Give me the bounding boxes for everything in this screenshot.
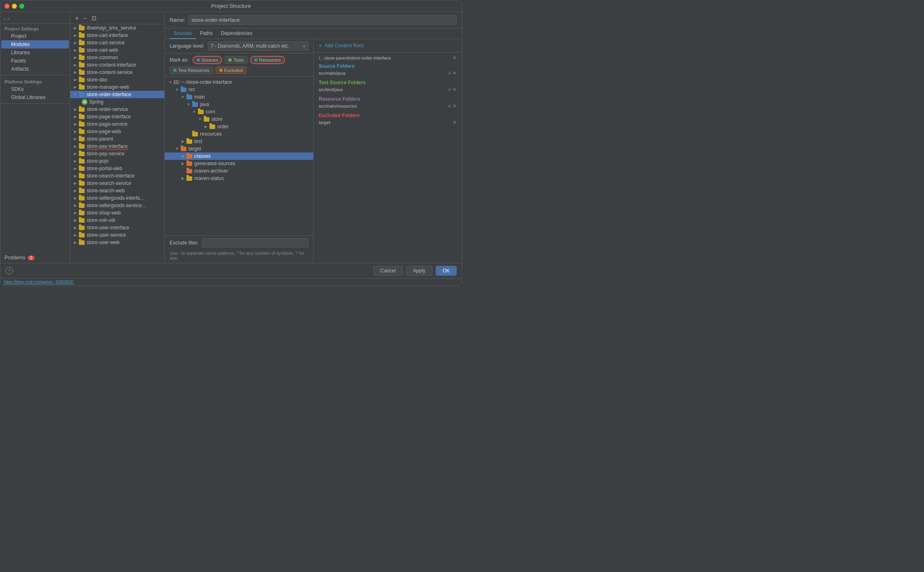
module-item-order-interface[interactable]: ▼ store-order-interface (70, 91, 164, 98)
test-path-actions: ↺ ✕ (448, 87, 457, 92)
maximize-button[interactable] (19, 4, 24, 9)
minimize-button[interactable] (12, 4, 17, 9)
ok-button[interactable]: OK (436, 266, 457, 276)
sidebar-item-facets[interactable]: Facets (1, 57, 69, 65)
module-item-pay-service[interactable]: ▶ store-pay-service (70, 150, 164, 157)
name-input[interactable] (188, 15, 457, 25)
file-tree-src[interactable]: ▼ src (165, 86, 313, 93)
file-tree-root[interactable]: ▼ ⋯/store-order-interface (165, 78, 313, 86)
module-label: store-content-service (87, 69, 133, 75)
name-row: Name: (165, 12, 462, 28)
sidebar-item-libraries[interactable]: Libraries (1, 48, 69, 57)
module-item-user-web[interactable]: ▶ store-user-web (70, 239, 164, 246)
file-tree-resources[interactable]: ▶ resources (165, 130, 313, 138)
test-source-path-text: src/test/java (319, 87, 343, 92)
sidebar-item-artifacts[interactable]: Artifacts (1, 65, 69, 73)
apply-button[interactable]: Apply (406, 266, 432, 276)
tab-sources[interactable]: Sources (170, 28, 196, 39)
status-link[interactable]: https://blog.csdn.net/weixin_40808835 (4, 280, 74, 284)
mark-as-label: Mark as: (170, 57, 188, 63)
file-tree-classes[interactable]: ▶ classes (165, 152, 313, 160)
root-folder-icon (174, 80, 179, 84)
module-item-dao[interactable]: ▶ store-dao (70, 76, 164, 83)
resource-path-remove-button[interactable]: ✕ (453, 103, 457, 109)
sidebar-item-sdks[interactable]: SDKs (1, 85, 69, 93)
file-tree-java[interactable]: ▼ java (165, 101, 313, 108)
file-tree-generated[interactable]: ▶ generated-sources (165, 160, 313, 167)
remove-module-button[interactable]: − (82, 14, 88, 22)
source-path-edit-button[interactable]: ↺ (448, 71, 451, 76)
module-item-portal-web[interactable]: ▶ store-portal-web (70, 165, 164, 172)
mark-as-row: Mark as: Sources Tests Resources (165, 53, 313, 77)
cancel-button[interactable]: Cancel (373, 266, 402, 276)
module-item-user-service[interactable]: ▶ store-user-service (70, 231, 164, 239)
mark-tests-button[interactable]: Tests (225, 56, 248, 64)
module-item-manager-web[interactable]: ▶ store-manager-web (70, 83, 164, 91)
mark-sources-button[interactable]: Sources (193, 56, 222, 64)
module-item-page-service[interactable]: ▶ store-page-service (70, 120, 164, 128)
module-label: store-user-interface (87, 225, 129, 231)
mark-test-resources-button[interactable]: Test Resources (170, 67, 213, 74)
module-item-sms[interactable]: ▶ itheimayi_sms_service (70, 24, 164, 32)
resource-path-edit-button[interactable]: ↺ (448, 104, 451, 108)
tab-paths[interactable]: Paths (196, 28, 217, 39)
sidebar-item-project[interactable]: Project (1, 32, 69, 40)
module-item-search-interface[interactable]: ▶ store-search-interface (70, 172, 164, 180)
file-tree-maven-archiver[interactable]: ▶ maven-archiver (165, 167, 313, 175)
tab-dependencies[interactable]: Dependencies (217, 28, 257, 39)
help-icon[interactable]: ? (5, 267, 13, 274)
sidebar-item-global-libraries[interactable]: Global Libraries (1, 93, 69, 101)
source-path-remove-button[interactable]: ✕ (453, 70, 457, 76)
module-item-solr-util[interactable]: ▶ store-solr-util (70, 217, 164, 224)
excluded-path-text: target (319, 120, 330, 125)
module-item-search-service[interactable]: ▶ store-search-service (70, 180, 164, 187)
module-item-parent[interactable]: ▶ store-parent (70, 135, 164, 143)
module-item-cart-interface[interactable]: ▶ store-cart-interface (70, 32, 164, 39)
folder-icon (78, 55, 85, 60)
file-tree-main[interactable]: ▼ main (165, 93, 313, 101)
copy-module-button[interactable]: ⊡ (90, 14, 98, 22)
module-item-order-service[interactable]: ▶ store-order-service (70, 106, 164, 113)
module-item-pay-interface[interactable]: ▶ store-pay-interface (70, 143, 164, 150)
folder-yellow-icon (186, 138, 193, 144)
close-button[interactable] (5, 4, 9, 9)
module-item-page-web[interactable]: ▶ store-page-web (70, 128, 164, 135)
excluded-path-remove-button[interactable]: ✕ (453, 120, 457, 125)
sidebar-item-modules[interactable]: Modules (1, 40, 69, 48)
module-item-common[interactable]: ▶ store-common (70, 54, 164, 61)
module-item-cart-web[interactable]: ▶ store-cart-web (70, 46, 164, 54)
file-tree-store[interactable]: ▼ store (165, 115, 313, 123)
folder-orange-icon (180, 146, 187, 152)
folder-orange-icon (186, 153, 193, 159)
file-tree-maven-status[interactable]: ▶ maven-status (165, 175, 313, 182)
module-label: store-order-service (87, 106, 128, 112)
module-item-seller-interface[interactable]: ▶ store-sellergoods-interfa… (70, 194, 164, 202)
module-item-shop-web[interactable]: ▶ store-shop-web (70, 209, 164, 217)
back-icon[interactable]: ‹ (4, 15, 6, 22)
module-item-user-interface[interactable]: ▶ store-user-interface (70, 224, 164, 231)
lang-level-select[interactable]: 7 - Diamonds, ARM, multi-catch etc. (208, 42, 308, 51)
module-item-seller-service[interactable]: ▶ store-sellergoods-service… (70, 202, 164, 209)
problems-label: Problems (5, 255, 25, 261)
file-tree-com[interactable]: ▼ com (165, 108, 313, 115)
close-content-root-button[interactable]: ✕ (453, 55, 457, 61)
main-content: ‹ › Project Settings Project Modules Lib… (0, 12, 462, 263)
file-tree-test[interactable]: ▶ test (165, 138, 313, 145)
add-content-root-button[interactable]: + Add Content Root (314, 39, 462, 53)
exclude-input[interactable] (202, 238, 308, 247)
forward-icon[interactable]: › (7, 15, 9, 22)
module-item-page-interface[interactable]: ▶ store-page-interface (70, 113, 164, 120)
add-module-button[interactable]: + (74, 14, 80, 22)
mark-excluded-button[interactable]: Excluded (216, 67, 246, 74)
module-item-cart-service[interactable]: ▶ store-cart-service (70, 39, 164, 46)
module-item-content-interface[interactable]: ▶ store-content-interface (70, 61, 164, 69)
file-tree-order[interactable]: ▶ order (165, 123, 313, 130)
test-path-remove-button[interactable]: ✕ (453, 87, 457, 92)
file-tree-target[interactable]: ▼ target (165, 145, 313, 152)
spring-item[interactable]: ✿ Spring (70, 98, 164, 106)
module-item-pojo[interactable]: ▶ store-pojo (70, 157, 164, 165)
mark-resources-button[interactable]: Resources (250, 56, 285, 64)
module-item-content-service[interactable]: ▶ store-content-service (70, 69, 164, 76)
test-path-edit-button[interactable]: ↺ (448, 88, 451, 92)
module-item-search-web[interactable]: ▶ store-search-web (70, 187, 164, 194)
